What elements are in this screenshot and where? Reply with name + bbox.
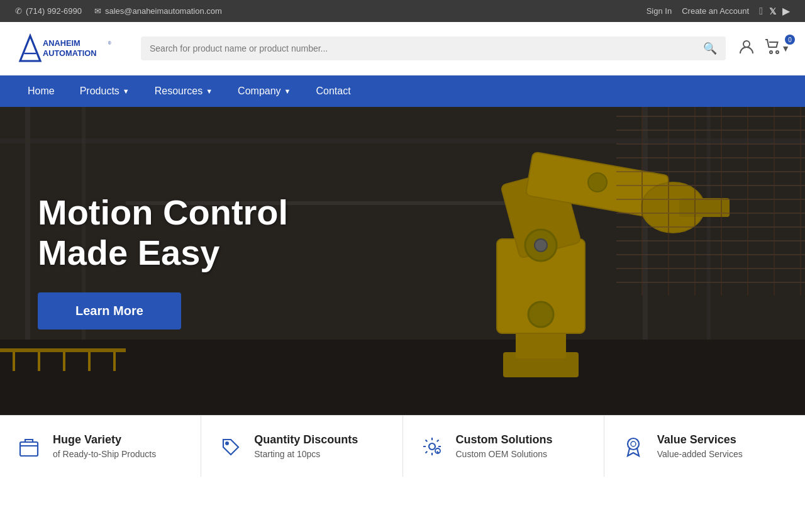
twitter-icon[interactable]: 𝕏 [769, 6, 776, 16]
feature-bar: Huge Variety of Ready-to-Ship Products Q… [0, 415, 805, 477]
svg-point-20 [226, 442, 228, 445]
nav: Home Products ▼ Resources ▼ Company ▼ Co… [0, 75, 805, 107]
svg-point-23 [628, 438, 639, 450]
feature-services: Value Services Value-added Services [604, 416, 805, 477]
signin-link[interactable]: Sign In [647, 6, 672, 16]
header-right: 0 ▼ [738, 38, 790, 58]
feature-services-title: Value Services [657, 433, 743, 446]
phone-icon: ✆ [15, 6, 22, 16]
nav-home[interactable]: Home [15, 75, 67, 107]
svg-point-7 [776, 51, 779, 53]
top-bar-left: ✆ (714) 992-6990 ✉ sales@anaheimautomati… [15, 6, 222, 16]
phone-contact[interactable]: ✆ (714) 992-6990 [15, 6, 82, 16]
nav-company[interactable]: Company ▼ [225, 75, 303, 107]
feature-custom-title: Custom Solutions [456, 433, 553, 446]
feature-variety-text: Huge Variety of Ready-to-Ship Products [53, 433, 156, 459]
search-icon[interactable]: 🔍 [703, 42, 717, 55]
search-wrapper: 🔍 [141, 36, 726, 60]
company-chevron-icon: ▼ [284, 87, 291, 95]
box-icon [15, 435, 43, 458]
top-bar-right: Sign In Create an Account  𝕏 ▶ [647, 5, 790, 17]
feature-discounts-title: Quantity Discounts [254, 433, 358, 446]
cart-badge: 0 [785, 35, 795, 45]
feature-custom-subtitle: Custom OEM Solutions [456, 449, 553, 459]
feature-discounts-subtitle: Starting at 10pcs [254, 449, 358, 459]
feature-discounts: Quantity Discounts Starting at 10pcs [201, 416, 402, 477]
youtube-icon[interactable]: ▶ [782, 5, 790, 17]
award-icon [619, 435, 647, 458]
phone-number: (714) 992-6990 [26, 6, 82, 16]
hero-content: Motion Control Made Easy Learn More [38, 192, 288, 330]
hero-title: Motion Control Made Easy [38, 192, 288, 274]
nav-resources[interactable]: Resources ▼ [142, 75, 225, 107]
social-icons:  𝕏 ▶ [759, 5, 790, 17]
svg-text:AUTOMATION: AUTOMATION [43, 48, 97, 58]
cart-wrapper: 0 ▼ [765, 38, 790, 58]
logo-area[interactable]: ANAHEIM AUTOMATION ® [15, 30, 128, 67]
products-chevron-icon: ▼ [123, 87, 130, 95]
svg-point-24 [631, 441, 636, 446]
create-account-link[interactable]: Create an Account [682, 6, 749, 16]
svg-point-6 [770, 51, 772, 53]
resources-chevron-icon: ▼ [206, 87, 213, 95]
hero-section: Motion Control Made Easy Learn More [0, 107, 805, 415]
svg-point-5 [743, 41, 750, 47]
email-contact[interactable]: ✉ sales@anaheimautomation.com [94, 6, 222, 16]
nav-products[interactable]: Products ▼ [67, 75, 142, 107]
search-area: 🔍 [141, 36, 726, 60]
top-bar: ✆ (714) 992-6990 ✉ sales@anaheimautomati… [0, 0, 805, 22]
email-address: sales@anaheimautomation.com [105, 6, 222, 16]
feature-discounts-text: Quantity Discounts Starting at 10pcs [254, 433, 358, 459]
feature-services-text: Value Services Value-added Services [657, 433, 743, 459]
feature-variety-subtitle: of Ready-to-Ship Products [53, 449, 156, 459]
tag-icon [216, 435, 244, 458]
feature-services-subtitle: Value-added Services [657, 449, 743, 459]
nav-contact[interactable]: Contact [303, 75, 363, 107]
header: ANAHEIM AUTOMATION ® 🔍 [0, 22, 805, 75]
search-input[interactable] [150, 43, 697, 53]
svg-text:ANAHEIM: ANAHEIM [43, 38, 80, 48]
svg-text:®: ® [108, 41, 111, 45]
feature-variety-title: Huge Variety [53, 433, 156, 446]
feature-variety: Huge Variety of Ready-to-Ship Products [0, 416, 201, 477]
feature-custom-text: Custom Solutions Custom OEM Solutions [456, 433, 553, 459]
cart-icon[interactable] [765, 38, 781, 58]
facebook-icon[interactable]:  [759, 6, 763, 17]
svg-marker-0 [20, 36, 40, 61]
logo: ANAHEIM AUTOMATION ® [15, 30, 116, 67]
svg-rect-19 [20, 442, 38, 456]
email-icon: ✉ [94, 6, 101, 16]
cart-dropdown-arrow[interactable]: ▼ [781, 43, 790, 53]
user-icon[interactable] [738, 38, 755, 58]
learn-more-button[interactable]: Learn More [38, 292, 181, 330]
svg-point-21 [429, 443, 435, 450]
feature-custom: Custom Solutions Custom OEM Solutions [403, 416, 604, 477]
gear-icon [418, 435, 446, 458]
